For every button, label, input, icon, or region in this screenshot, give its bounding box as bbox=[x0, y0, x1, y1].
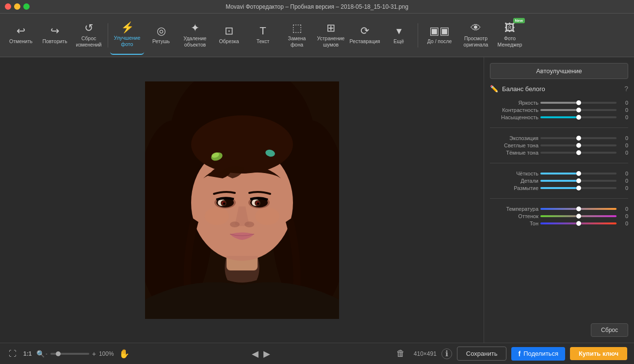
help-button[interactable]: ? bbox=[624, 85, 628, 93]
toolbar-divider-2 bbox=[418, 23, 418, 47]
hand-tool-button[interactable]: ✋ bbox=[119, 348, 130, 359]
exposure-label: Экспозиция bbox=[490, 135, 538, 141]
undo-button[interactable]: ↩ Отменить bbox=[4, 16, 38, 55]
blur-row: Размытие 0 bbox=[490, 185, 628, 191]
zoom-out-button[interactable]: 🔍 bbox=[36, 350, 45, 358]
blur-value: 0 bbox=[618, 185, 628, 191]
svg-point-18 bbox=[223, 202, 225, 205]
white-balance-header: ✏️ Баланс белого ? bbox=[490, 85, 628, 93]
image-size: 410×491 bbox=[414, 350, 437, 357]
crop-icon: ⊡ bbox=[225, 26, 233, 36]
fullscreen-button[interactable]: ⛶ bbox=[7, 348, 18, 360]
svg-point-7 bbox=[191, 115, 293, 174]
eyedropper-icon: ✏️ bbox=[490, 85, 498, 93]
white-balance-title: Баланс белого bbox=[502, 85, 620, 93]
denoise-label: Устранение шумов bbox=[316, 35, 346, 47]
brightness-track[interactable] bbox=[540, 102, 617, 104]
slider-group-2: Экспозиция 0 Светлые тона 0 Тёмные тона … bbox=[490, 134, 628, 157]
before-after-button[interactable]: ▣▣ До / после bbox=[420, 16, 459, 55]
sharpness-value: 0 bbox=[618, 171, 628, 176]
slider-group-1: Яркость 0 Контрастность 0 Насыщенность bbox=[490, 98, 628, 122]
buy-key-button[interactable]: Купить ключ bbox=[570, 347, 627, 360]
photo-svg bbox=[145, 81, 339, 319]
retouch-button[interactable]: ◎ Ретушь bbox=[144, 16, 178, 55]
close-button[interactable] bbox=[5, 3, 11, 10]
redo-button[interactable]: ↪ Повторить bbox=[38, 16, 72, 55]
delete-button[interactable]: 🗑 bbox=[392, 347, 409, 361]
retouch-label: Ретушь bbox=[152, 38, 170, 45]
preview-label: Просмотр оригинала bbox=[461, 35, 491, 47]
tone-track[interactable] bbox=[540, 222, 617, 224]
slider-group-3: Чёткость 0 Детали 0 Размытие bbox=[490, 169, 628, 192]
crop-label: Обрезка bbox=[219, 38, 239, 45]
saturation-row: Насыщенность 0 bbox=[490, 114, 628, 120]
enhance-label: Улучшение фото bbox=[112, 35, 142, 47]
divider-1 bbox=[490, 127, 628, 128]
photo-manager-icon: 🖼 bbox=[504, 23, 515, 33]
save-button[interactable]: Сохранить bbox=[457, 347, 507, 361]
new-badge: New bbox=[513, 18, 525, 23]
minimize-button[interactable] bbox=[14, 3, 20, 10]
replace-bg-button[interactable]: ⬚ Замена фона bbox=[280, 16, 314, 55]
reset-button[interactable]: Сброс bbox=[591, 323, 628, 337]
main-area: Автоулучшение ✏️ Баланс белого ? Яркость… bbox=[0, 57, 634, 343]
share-button[interactable]: f Поделиться bbox=[511, 347, 565, 361]
highlights-track[interactable] bbox=[540, 144, 617, 146]
svg-point-21 bbox=[244, 222, 254, 227]
saturation-track[interactable] bbox=[540, 116, 617, 118]
remove-label: Удаление объектов bbox=[180, 35, 210, 47]
svg-point-19 bbox=[257, 202, 259, 205]
zoom-slider[interactable] bbox=[50, 353, 89, 355]
enhance-button[interactable]: ⚡ Улучшение фото bbox=[110, 16, 144, 55]
crop-button[interactable]: ⊡ Обрезка bbox=[212, 16, 246, 55]
sharpness-track[interactable] bbox=[540, 173, 617, 174]
photo-manager-button[interactable]: New 🖼 Фото Менеджер bbox=[493, 16, 527, 55]
hue-track[interactable] bbox=[540, 215, 617, 217]
remove-objects-button[interactable]: ✦ Удаление объектов bbox=[178, 16, 212, 55]
highlights-row: Светлые тона 0 bbox=[490, 142, 628, 148]
contrast-value: 0 bbox=[618, 107, 628, 113]
brightness-value: 0 bbox=[618, 100, 628, 106]
reset-changes-button[interactable]: ↺ Сброс изменений bbox=[72, 16, 106, 55]
text-label: Текст bbox=[257, 38, 269, 45]
info-button[interactable]: ℹ bbox=[441, 348, 452, 359]
brightness-label: Яркость bbox=[490, 100, 538, 106]
denoise-button[interactable]: ⊞ Устранение шумов bbox=[314, 16, 348, 55]
photo-container bbox=[145, 81, 339, 319]
text-icon: T bbox=[260, 26, 266, 36]
more-button[interactable]: ▾ Ещё bbox=[382, 16, 416, 55]
preview-button[interactable]: 👁 Просмотр оригинала bbox=[459, 16, 493, 55]
maximize-button[interactable] bbox=[23, 3, 30, 10]
remove-icon: ✦ bbox=[191, 23, 199, 33]
contrast-track[interactable] bbox=[540, 109, 617, 111]
tone-row: Тон 0 bbox=[490, 221, 628, 226]
blur-track[interactable] bbox=[540, 187, 617, 189]
undo-label: Отменить bbox=[9, 38, 33, 45]
contrast-row: Контрастность 0 bbox=[490, 107, 628, 113]
preview-icon: 👁 bbox=[471, 23, 481, 33]
shadows-value: 0 bbox=[618, 150, 628, 156]
replace-bg-icon: ⬚ bbox=[292, 23, 302, 33]
temperature-row: Температура 0 bbox=[490, 206, 628, 212]
text-button[interactable]: T Текст bbox=[246, 16, 280, 55]
next-image-button[interactable]: ▶ bbox=[263, 348, 270, 359]
details-label: Детали bbox=[490, 178, 538, 184]
exposure-track[interactable] bbox=[540, 137, 617, 139]
photo-manager-label: Фото Менеджер bbox=[495, 35, 525, 47]
restore-button[interactable]: ⟳ Реставрация bbox=[348, 16, 382, 55]
auto-enhance-button[interactable]: Автоулучшение bbox=[490, 63, 628, 79]
details-value: 0 bbox=[618, 178, 628, 184]
bottom-bar: ⛶ 1:1 🔍 - + 100% ✋ ◀ ▶ 🗑 410×491 ℹ Сохра… bbox=[0, 343, 634, 364]
highlights-value: 0 bbox=[618, 142, 628, 148]
toolbar-divider-1 bbox=[108, 23, 108, 47]
hue-row: Оттенок 0 bbox=[490, 213, 628, 219]
canvas-area[interactable] bbox=[0, 57, 484, 343]
prev-image-button[interactable]: ◀ bbox=[252, 348, 259, 359]
zoom-handle bbox=[56, 351, 61, 356]
shadows-label: Тёмные тона bbox=[490, 150, 538, 156]
details-track[interactable] bbox=[540, 180, 617, 182]
svg-point-22 bbox=[205, 207, 229, 225]
shadows-track[interactable] bbox=[540, 152, 617, 154]
temperature-value: 0 bbox=[618, 206, 628, 212]
temperature-track[interactable] bbox=[540, 208, 617, 210]
